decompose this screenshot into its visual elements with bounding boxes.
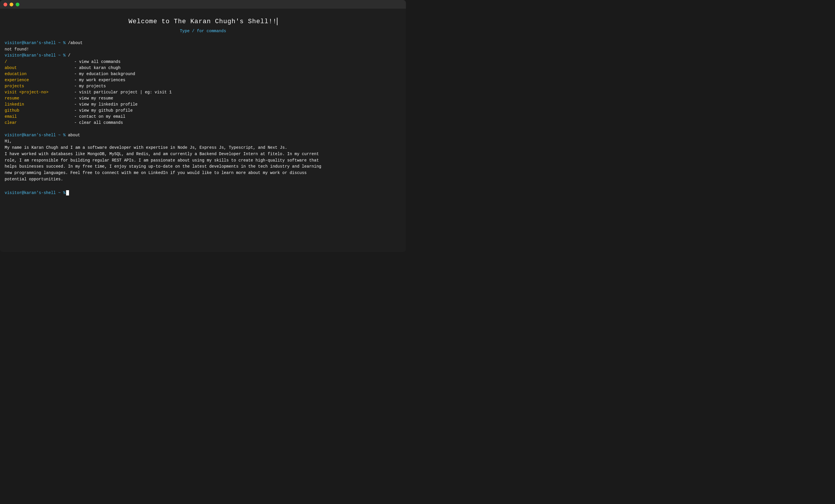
command-name: linkedin	[5, 101, 74, 107]
list-item: clear - clear all commands	[5, 120, 401, 126]
command-description: - my education background	[74, 71, 135, 77]
output-plain: not found!	[5, 46, 401, 53]
welcome-title: Welcome to The Karan Chugh's Shell!!	[5, 17, 401, 26]
command-name: experience	[5, 77, 74, 83]
command-description: - my work experiences	[74, 77, 125, 83]
about-output-line: new programming languages. Feel free to …	[5, 170, 401, 176]
cursor	[66, 190, 69, 196]
command-name: projects	[5, 83, 74, 89]
command-text: about	[65, 133, 80, 138]
list-item: linkedin - view my linkedin profile	[5, 101, 401, 107]
blank-line	[5, 126, 401, 132]
list-item: resume - view my resume	[5, 95, 401, 101]
welcome-text: Welcome to The Karan Chugh's Shell!!	[128, 18, 277, 25]
about-output-line: My name is Karan Chugh and I am a softwa…	[5, 145, 401, 151]
about-output-line: I have worked with databases like MongoD…	[5, 151, 401, 158]
command-description: - clear all commands	[74, 120, 123, 126]
titlebar	[0, 0, 406, 9]
about-output-line: potential opportunities.	[5, 176, 401, 183]
about-output-line: helps businesses succeed. In my free tim…	[5, 164, 401, 170]
command-text: /	[65, 53, 70, 58]
command-name: visit <project-no>	[5, 89, 74, 95]
cursor-blink	[277, 18, 278, 25]
command-line: visitor@karan's-shell ~ % /about	[5, 40, 401, 46]
command-description: - contact on my email	[74, 114, 125, 120]
maximize-button[interactable]	[16, 3, 19, 6]
command-line: visitor@karan's-shell ~ % /	[5, 53, 401, 59]
command-name: github	[5, 107, 74, 114]
subtitle: Type / for commands	[5, 28, 401, 34]
list-item: / - view all commands	[5, 59, 401, 65]
command-name: clear	[5, 120, 74, 126]
list-item: projects - my projects	[5, 83, 401, 89]
blank-line	[5, 182, 401, 189]
about-output-line: Hi,	[5, 138, 401, 145]
current-prompt-line[interactable]: visitor@karan's-shell ~ %	[5, 190, 401, 196]
command-description: - visit particular project | eg: visit 1	[74, 89, 171, 95]
list-item: email - contact on my email	[5, 114, 401, 120]
command-name: /	[5, 59, 74, 65]
prompt: visitor@karan's-shell ~ %	[5, 133, 65, 138]
command-name: email	[5, 114, 74, 120]
terminal-body[interactable]: Welcome to The Karan Chugh's Shell!! Typ…	[0, 9, 406, 202]
list-item: github - view my github profile	[5, 107, 401, 114]
current-prompt: visitor@karan's-shell ~ %	[5, 190, 65, 196]
command-description: - my projects	[74, 83, 106, 89]
command-text: /about	[65, 41, 83, 45]
command-description: - view all commands	[74, 59, 121, 65]
minimize-button[interactable]	[9, 3, 13, 6]
command-name: about	[5, 65, 74, 71]
list-item: about - about karan chugh	[5, 65, 401, 71]
list-item: education - my education background	[5, 71, 401, 77]
close-button[interactable]	[3, 3, 7, 6]
terminal-output: visitor@karan's-shell ~ % /aboutnot foun…	[5, 40, 401, 196]
command-description: - view my github profile	[74, 107, 133, 114]
command-description: - view my resume	[74, 95, 113, 101]
prompt: visitor@karan's-shell ~ %	[5, 41, 65, 45]
command-description: - about karan chugh	[74, 65, 121, 71]
command-name: resume	[5, 95, 74, 101]
command-description: - view my linkedin profile	[74, 101, 138, 107]
command-name: education	[5, 71, 74, 77]
list-item: experience - my work experiences	[5, 77, 401, 83]
list-item: visit <project-no> - visit particular pr…	[5, 89, 401, 95]
terminal-window: Welcome to The Karan Chugh's Shell!! Typ…	[0, 0, 406, 252]
prompt: visitor@karan's-shell ~ %	[5, 53, 65, 58]
about-output-line: role, I am responsible for building regu…	[5, 158, 401, 164]
command-line: visitor@karan's-shell ~ % about	[5, 132, 401, 139]
